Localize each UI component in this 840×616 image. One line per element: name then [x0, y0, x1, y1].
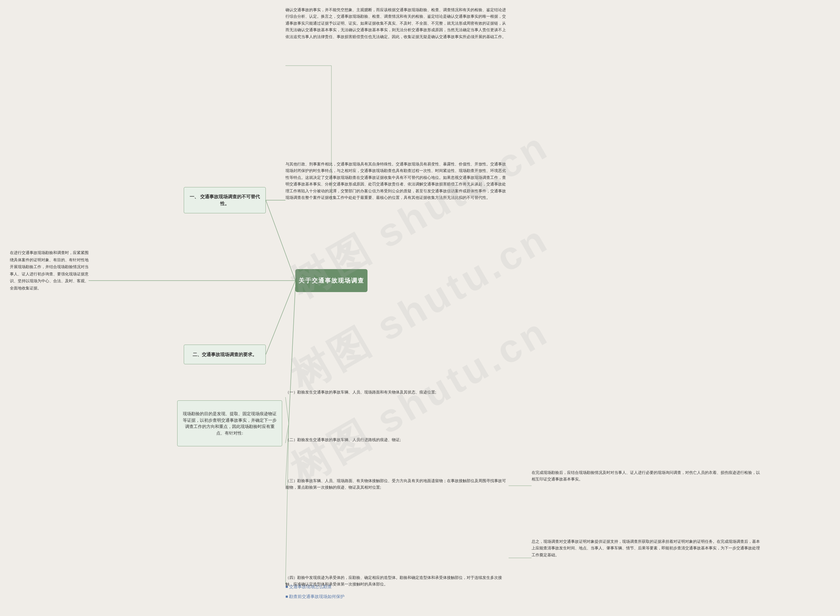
text-sub4-content: （四）勘验中发现痕迹为承受体的，应勘验、确定相应的造型体。勘验和确定造型体和承受… [286, 575, 502, 587]
text-top-content: 确认交通事故的事实，并不能凭空想象、主观臆断，而应该根据交通事故现场勘验、检查、… [286, 7, 506, 39]
text-right-bottom-content: 总之，现场调查对交通事故证明对象提供证据支持，现场调查所获取的证据承担着对证明对… [532, 539, 760, 557]
watermark-text-2: 树图 shutu.cn [281, 212, 559, 404]
svg-line-6 [286, 397, 289, 423]
text-sub2-content: （二）勘验发生交通事故的事故车辆、人员行进路线的痕迹、物证; [286, 437, 401, 442]
text-box-sub2: （二）勘验发生交通事故的事故车辆、人员行进路线的痕迹、物证; [286, 437, 509, 443]
text-right-mid-content: 在完成现场勘验后，应结合现场勘验情况及时对当事人、证人进行必要的现场询问调查，对… [532, 470, 760, 481]
branch-1-label: 一、 交通事故现场调查的不可替代性。 [189, 193, 261, 207]
text-box-right-bottom: 总之，现场调查对交通事故证明对象提供证据支持，现场调查所获取的证据承担着对证明对… [532, 538, 761, 558]
svg-line-2 [289, 287, 295, 423]
text-branch1-right-content: 与其他行政、刑事案件相比，交通事故现场具有其自身特殊性。交通事故现场员有易变性、… [286, 162, 506, 200]
svg-line-1 [266, 281, 295, 355]
text-box-branch1-right: 与其他行政、刑事案件相比，交通事故现场具有其自身特殊性。交通事故现场员有易变性、… [286, 161, 509, 201]
left-description: 在进行交通事故现场勘验和调查时，应紧紧围绕具体案件的证明对象、有目的、有针对性地… [10, 249, 89, 292]
branch-3-label: 现场勘验的目的是发现、提取、固定现场痕迹物证等证据，以初步查明交通事故事实，并确… [182, 411, 277, 436]
central-node-label: 关于交通事故现场调查 [299, 277, 364, 285]
bottom-link-2[interactable]: ■ 勘查前交通事故现场如何保护 [286, 594, 345, 600]
svg-line-8 [286, 423, 289, 486]
connector-lines [0, 0, 840, 616]
left-description-text: 在进行交通事故现场勘验和调查时，应紧紧围绕具体案件的证明对象、有目的、有针对性地… [10, 251, 89, 290]
svg-line-9 [286, 423, 289, 584]
svg-line-0 [266, 200, 295, 281]
text-box-top: 确认交通事故的事实，并不能凭空想象、主观臆断，而应该根据交通事故现场勘验、检查、… [286, 7, 509, 40]
text-sub3-content: （三）勘验事故车辆、人员、现场路面、有关物体接触部位、受力方向及有关的地面遗留物… [286, 478, 506, 490]
branch-node-2: 二、交通事故现场调查的要求。 [184, 345, 266, 364]
watermark-text-3: 树图 shutu.cn [281, 305, 559, 497]
branch-node-3: 现场勘验的目的是发现、提取、固定现场痕迹物证等证据，以初步查明交通事故事实，并确… [177, 400, 282, 446]
text-box-sub3: （三）勘验事故车辆、人员、现场路面、有关物体接触部位、受力方向及有关的地面遗留物… [286, 478, 509, 491]
text-box-sub1: （一）勘验发生交通事故的事故车辆、人员、现场路面和有关物体及其状态、痕迹位置; [286, 389, 509, 396]
watermark: 树图 shutu.cn 树图 shutu.cn 树图 shutu.cn [0, 0, 840, 616]
branch-node-1: 一、 交通事故现场调查的不可替代性。 [184, 187, 266, 213]
text-sub1-content: （一）勘验发生交通事故的事故车辆、人员、现场路面和有关物体及其状态、痕迹位置; [286, 390, 436, 395]
branch-2-label: 二、交通事故现场调查的要求。 [193, 351, 257, 358]
central-node: 关于交通事故现场调查 [295, 269, 368, 292]
text-box-sub4: （四）勘验中发现痕迹为承受体的，应勘验、确定相应的造型体。勘验和确定造型体和承受… [286, 574, 509, 588]
canvas: 树图 shutu.cn 树图 shutu.cn 树图 shutu.cn 关于交通… [0, 0, 840, 616]
text-box-right-mid: 在完成现场勘验后，应结合现场勘验情况及时对当事人、证人进行必要的现场询问调查，对… [532, 469, 761, 483]
